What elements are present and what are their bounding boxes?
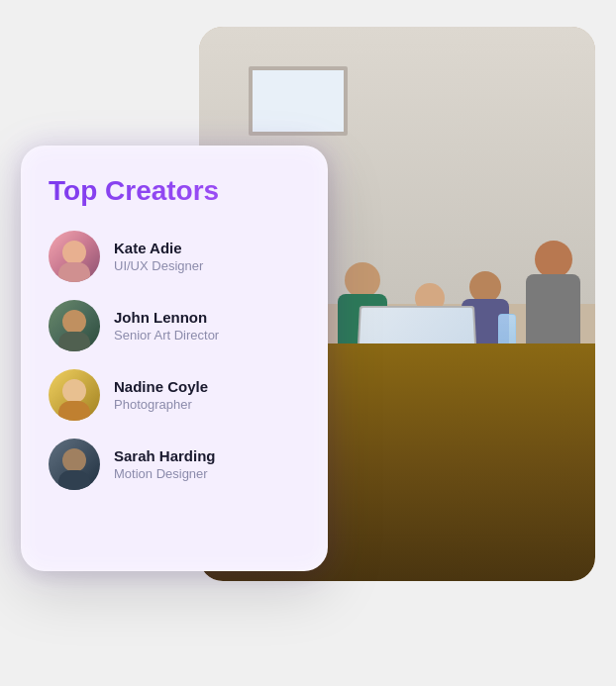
creator-info-2: John Lennon Senior Art Director (114, 309, 219, 343)
creator-list: Kate Adie UI/UX Designer John Lennon Sen… (49, 231, 300, 490)
creator-info-3: Nadine Coyle Photographer (114, 378, 208, 412)
face-head-2 (62, 310, 86, 334)
card-title: Top Creators (49, 175, 300, 207)
head-4 (535, 241, 572, 278)
avatar-sarah-harding (49, 439, 100, 490)
face-head-4 (62, 448, 86, 472)
creator-role-2: Senior Art Director (114, 328, 219, 343)
face-head-1 (62, 241, 86, 264)
creator-name-3: Nadine Coyle (114, 378, 208, 395)
avatar-kate-adie (49, 231, 100, 282)
window (249, 66, 348, 136)
creator-info-1: Kate Adie UI/UX Designer (114, 240, 203, 273)
avatar-john-lennon (49, 300, 100, 351)
creator-role-1: UI/UX Designer (114, 258, 203, 273)
creator-item-2[interactable]: John Lennon Senior Art Director (49, 300, 300, 351)
creator-name-4: Sarah Harding (114, 447, 216, 464)
head-1 (345, 262, 380, 298)
creator-item-4[interactable]: Sarah Harding Motion Designer (49, 439, 300, 490)
face-body-2 (58, 332, 90, 351)
scene: Top Creators Kate Adie UI/UX Designer (21, 27, 595, 660)
avatar-face-4 (58, 448, 90, 490)
avatar-face-3 (58, 379, 90, 421)
face-body-4 (58, 470, 90, 490)
face-body-3 (58, 401, 90, 421)
face-body-1 (58, 262, 90, 282)
avatar-face-1 (58, 241, 90, 282)
avatar-nadine-coyle (49, 369, 100, 421)
creator-role-4: Motion Designer (114, 466, 216, 481)
creator-name-1: Kate Adie (114, 240, 203, 256)
creator-name-2: John Lennon (114, 309, 219, 326)
creator-item-3[interactable]: Nadine Coyle Photographer (49, 369, 300, 421)
creator-item-1[interactable]: Kate Adie UI/UX Designer (49, 231, 300, 282)
head-3 (469, 271, 501, 303)
creator-info-4: Sarah Harding Motion Designer (114, 447, 216, 481)
creator-role-3: Photographer (114, 397, 208, 412)
face-head-3 (62, 379, 86, 403)
creators-card: Top Creators Kate Adie UI/UX Designer (21, 146, 328, 571)
avatar-face-2 (58, 310, 90, 351)
